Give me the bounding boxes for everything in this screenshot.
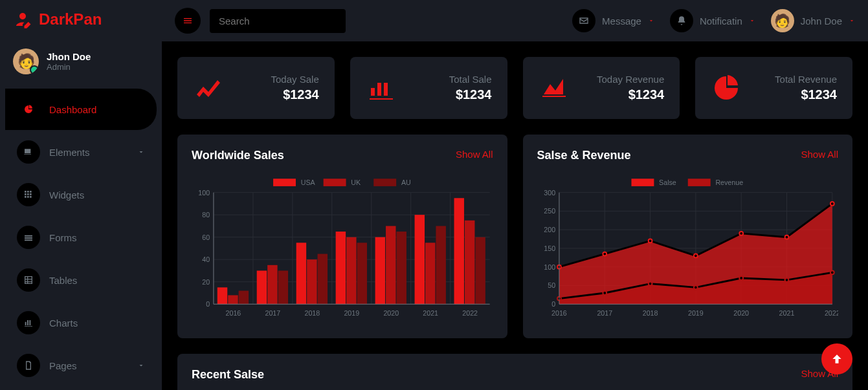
show-all-link[interactable]: Show All: [456, 149, 493, 162]
svg-rect-0: [273, 179, 296, 186]
sidebar-item-pages[interactable]: Pages: [5, 345, 157, 386]
svg-point-96: [648, 282, 652, 286]
card-icon: [193, 72, 224, 103]
nav: DashboardElementsWidgetsFormsTablesChart…: [0, 89, 162, 386]
svg-text:USA: USA: [301, 179, 316, 186]
svg-rect-28: [296, 243, 306, 304]
chevron-down-icon: [137, 148, 145, 156]
user-role: Admin: [47, 62, 91, 72]
svg-text:Revenue: Revenue: [715, 179, 743, 186]
svg-text:2019: 2019: [688, 309, 704, 317]
svg-point-97: [693, 285, 697, 289]
svg-text:2017: 2017: [597, 309, 612, 317]
chevron-down-icon: [749, 17, 755, 24]
svg-text:50: 50: [548, 281, 555, 289]
card-label: Today Sale: [271, 74, 319, 85]
svg-rect-49: [465, 221, 474, 304]
svg-text:150: 150: [544, 244, 555, 252]
svg-text:40: 40: [202, 255, 210, 263]
svg-text:300: 300: [544, 189, 555, 197]
worldwide-sales-panel: Worldwide Sales Show All USAUKAU02040608…: [177, 135, 507, 338]
search-input[interactable]: [210, 9, 346, 33]
svg-rect-40: [396, 232, 406, 304]
card-value: $1234: [775, 87, 837, 102]
card-label: Today Revenue: [597, 74, 664, 85]
chevron-down-icon: [849, 17, 855, 24]
sidebar-item-charts[interactable]: Charts: [5, 302, 157, 343]
topbar-messages[interactable]: Message: [572, 9, 654, 32]
svg-point-95: [603, 291, 606, 295]
sidebar-item-elements[interactable]: Elements: [5, 131, 157, 173]
sidebar-item-tables[interactable]: Tables: [5, 259, 157, 301]
stat-card: Today Revenue$1234: [523, 57, 680, 119]
svg-point-92: [785, 235, 788, 239]
svg-text:UK: UK: [351, 179, 361, 186]
svg-rect-39: [386, 226, 395, 304]
svg-text:200: 200: [544, 226, 555, 233]
svg-text:2016: 2016: [226, 309, 241, 317]
nav-label: Dashboard: [49, 104, 96, 115]
svg-point-91: [739, 232, 743, 235]
topbar-notifications[interactable]: Notificatin: [670, 9, 755, 32]
sidebar-item-dashboard[interactable]: Dashboard: [5, 89, 157, 130]
svg-text:2020: 2020: [383, 309, 399, 317]
svg-rect-20: [239, 291, 249, 305]
topbar-user[interactable]: 🧑 John Doe: [771, 9, 855, 32]
svg-text:2022: 2022: [462, 309, 478, 317]
nav-icon: [17, 354, 40, 377]
sidebar-item-widgets[interactable]: Widgets: [5, 174, 157, 215]
svg-rect-23: [257, 270, 267, 304]
card-icon: [539, 72, 570, 103]
card-icon: [711, 72, 742, 103]
svg-rect-24: [267, 265, 277, 304]
svg-text:0: 0: [551, 300, 555, 308]
svg-point-89: [648, 239, 652, 243]
svg-text:80: 80: [202, 211, 210, 219]
chart-title: Worldwide Sales: [192, 149, 284, 162]
card-label: Total Revenue: [775, 74, 837, 85]
show-all-link[interactable]: Show All: [801, 149, 838, 162]
nav-label: Pages: [49, 360, 77, 371]
svg-text:250: 250: [544, 207, 555, 215]
svg-text:AU: AU: [401, 179, 411, 186]
menu-button[interactable]: [175, 8, 201, 34]
chevron-down-icon: [137, 362, 145, 369]
svg-rect-35: [357, 243, 367, 304]
chevron-down-icon: [648, 17, 654, 24]
content: Message Notificatin 🧑 John Doe Today Sal…: [162, 0, 868, 390]
svg-text:2022: 2022: [824, 309, 838, 317]
arrow-up-icon: [830, 352, 843, 365]
avatar: 🧑: [771, 9, 794, 32]
svg-rect-57: [687, 179, 710, 186]
back-to-top-button[interactable]: [821, 343, 852, 374]
recent-title: Recent Salse: [192, 368, 264, 382]
svg-text:Salse: Salse: [659, 179, 676, 186]
svg-rect-4: [373, 179, 396, 186]
brand-text: DarkPan: [39, 10, 102, 28]
topbar-user-label: John Doe: [801, 16, 842, 27]
svg-point-88: [603, 252, 606, 256]
sidebar-item-forms[interactable]: Forms: [5, 217, 157, 258]
recent-sales-panel: Recent Salse Show All: [177, 354, 852, 390]
svg-text:2020: 2020: [733, 309, 749, 317]
card-value: $1234: [271, 87, 319, 102]
svg-rect-18: [217, 287, 227, 304]
svg-text:20: 20: [202, 278, 210, 286]
svg-rect-33: [336, 232, 346, 304]
svg-point-98: [739, 276, 743, 280]
topbar: Message Notificatin 🧑 John Doe: [162, 0, 868, 41]
topbar-messages-label: Message: [602, 16, 641, 27]
svg-text:2017: 2017: [265, 309, 281, 317]
topbar-notifications-label: Notificatin: [700, 16, 742, 27]
svg-text:2016: 2016: [551, 309, 567, 317]
nav-label: Charts: [49, 318, 78, 329]
avatar: 🧑: [13, 49, 39, 74]
stat-card: Today Sale$1234: [177, 57, 335, 119]
nav-label: Widgets: [49, 190, 84, 200]
card-icon: [366, 72, 397, 103]
brand[interactable]: DarkPan: [0, 10, 162, 42]
sales-revenue-panel: Salse & Revenue Show All SalseRevenue050…: [523, 135, 853, 338]
nav-icon: [17, 226, 40, 249]
svg-rect-48: [454, 198, 464, 304]
svg-rect-30: [318, 254, 328, 305]
